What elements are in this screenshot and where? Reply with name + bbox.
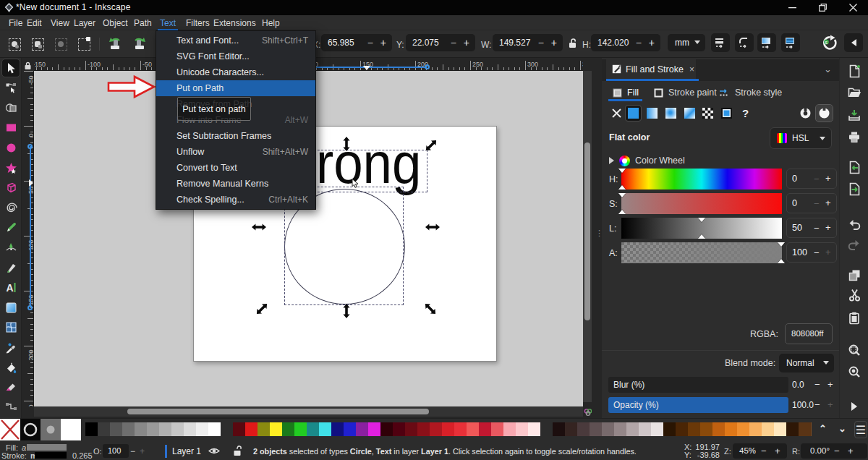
scale-stroke-width-toggle[interactable] xyxy=(711,33,730,52)
select-inverse-button[interactable] xyxy=(74,34,94,54)
close-button[interactable] xyxy=(838,0,868,15)
palette-swatch[interactable] xyxy=(159,422,171,436)
horizontal-scrollbar-thumb[interactable] xyxy=(127,409,429,414)
gradient-tool[interactable] xyxy=(2,299,20,316)
fill-rule-nonzero-button[interactable] xyxy=(816,105,833,122)
calligraphy-tool[interactable] xyxy=(2,259,20,276)
palette-swatch[interactable] xyxy=(294,422,307,436)
rotation-field[interactable]: 0.00° − + xyxy=(801,443,867,459)
redo-button[interactable] xyxy=(847,237,861,252)
palette-swatch[interactable] xyxy=(577,422,590,436)
y-decrement[interactable]: − xyxy=(451,37,456,48)
zoom-drawing-button[interactable] xyxy=(847,365,861,379)
saturation-slider[interactable] xyxy=(621,193,782,214)
palette-swatch[interactable] xyxy=(430,422,442,436)
palette-swatch[interactable] xyxy=(380,422,393,436)
menubar-item-object[interactable]: Object xyxy=(101,15,130,30)
scale-handle[interactable] xyxy=(425,219,441,235)
palette-swatch[interactable] xyxy=(393,422,405,436)
menubar-item-layer[interactable]: Layer xyxy=(72,15,98,30)
palette-swatch[interactable] xyxy=(405,422,417,436)
saturation-increment[interactable]: + xyxy=(825,197,831,208)
open-document-button[interactable] xyxy=(847,85,861,100)
panel-splitter[interactable]: ⋮ xyxy=(592,58,602,418)
cut-button[interactable] xyxy=(847,288,861,302)
unit-dropdown[interactable]: mm xyxy=(668,34,705,51)
palette-swatch[interactable] xyxy=(602,422,614,436)
palette-swatch[interactable] xyxy=(528,422,540,436)
layer-name[interactable]: Layer 1 xyxy=(172,446,201,456)
eraser-tool[interactable] xyxy=(2,379,20,396)
pen-tool[interactable] xyxy=(2,239,20,256)
palette-swatch[interactable] xyxy=(122,422,135,436)
move-gradients-toggle[interactable] xyxy=(757,33,776,52)
rotation-decrement[interactable]: − xyxy=(834,446,840,456)
menubar-item-path[interactable]: Path xyxy=(132,15,154,30)
minimize-button[interactable] xyxy=(777,0,807,15)
duplicate-button[interactable] xyxy=(847,268,861,282)
palette-swatch[interactable] xyxy=(307,422,319,436)
menu-item-svg-font-editor[interactable]: SVG Font Editor... xyxy=(156,48,315,64)
rectangle-tool[interactable] xyxy=(2,119,20,137)
palette-swatch[interactable] xyxy=(331,422,344,436)
palette-swatch[interactable] xyxy=(245,422,258,436)
text-tool[interactable]: A xyxy=(2,279,20,297)
palette-swatch[interactable] xyxy=(85,422,98,436)
opacity-decrement[interactable]: − xyxy=(130,446,135,456)
menu-item-text-and-font[interactable]: Text and Font...Shift+Ctrl+T xyxy=(156,33,315,48)
palette-swatch[interactable] xyxy=(553,422,565,436)
lightness-slider[interactable] xyxy=(621,218,782,239)
palette-swatch[interactable] xyxy=(590,422,602,436)
zoom-increment[interactable]: + xyxy=(775,446,780,456)
h-decrement[interactable]: − xyxy=(636,37,642,48)
lock-ratio-icon[interactable] xyxy=(568,38,578,48)
subtab-stroke-style[interactable]: Stroke style xyxy=(719,84,782,101)
menubar-item-text[interactable]: Text xyxy=(158,15,178,30)
tab-close-icon[interactable]: × xyxy=(689,64,694,74)
palette-swatch[interactable] xyxy=(688,422,700,436)
w-increment[interactable]: + xyxy=(551,37,557,48)
paint-mesh-gradient-button[interactable] xyxy=(682,106,697,121)
paste-button[interactable] xyxy=(847,311,861,325)
swatch-black-ring[interactable] xyxy=(20,419,41,440)
select-all-button[interactable] xyxy=(4,34,25,54)
select-all-layers-button[interactable] xyxy=(27,34,48,54)
mesh-tool[interactable] xyxy=(2,319,20,336)
rgba-field[interactable]: 808080ff xyxy=(785,323,833,344)
restore-button[interactable] xyxy=(807,0,838,15)
palette-swatch[interactable] xyxy=(356,422,368,436)
palette-swatch[interactable] xyxy=(454,422,467,436)
spiral-tool[interactable] xyxy=(2,199,20,216)
paint-flat-button[interactable] xyxy=(626,106,641,121)
rotation-increment[interactable]: + xyxy=(848,446,854,456)
paint-bucket-tool[interactable] xyxy=(2,359,20,376)
color-mode-dropdown[interactable]: HSL xyxy=(770,127,832,149)
save-document-button[interactable] xyxy=(847,108,861,122)
opacity-decrement[interactable]: − xyxy=(814,399,820,410)
vertical-scrollbar-thumb[interactable] xyxy=(584,142,590,320)
hue-decrement[interactable]: − xyxy=(814,174,820,184)
object-opacity-field[interactable]: 100 xyxy=(103,444,129,458)
horizontal-scrollbar[interactable] xyxy=(34,406,583,417)
palette-swatch[interactable] xyxy=(368,422,380,436)
palette-swatch[interactable] xyxy=(762,422,774,436)
palette-swatch[interactable] xyxy=(110,422,122,436)
vertical-scrollbar[interactable] xyxy=(583,71,592,402)
new-document-button[interactable] xyxy=(847,64,861,78)
blend-mode-dropdown[interactable]: Normal xyxy=(779,354,834,372)
palette-swatch[interactable] xyxy=(700,422,712,436)
panel-dropdown-icon[interactable]: ⌄ xyxy=(824,64,832,74)
layer-visibility-eye-icon[interactable] xyxy=(208,446,220,456)
palette-scroll-down-icon[interactable]: ⌄ xyxy=(838,423,846,434)
palette-swatch[interactable] xyxy=(282,422,294,436)
menu-item-put-on-path[interactable]: Put on Path xyxy=(156,80,315,96)
palette-swatch[interactable] xyxy=(503,422,516,436)
shape-builder-tool[interactable] xyxy=(2,99,20,116)
saturation-value-field[interactable]: 0 − + xyxy=(786,193,837,213)
export-image-button[interactable] xyxy=(847,182,861,196)
paint-linear-gradient-button[interactable] xyxy=(644,106,660,121)
palette-swatch[interactable] xyxy=(442,422,454,436)
opacity-slider[interactable]: Opacity (%) xyxy=(608,397,788,413)
lightness-decrement[interactable]: − xyxy=(814,223,820,234)
scale-handle[interactable] xyxy=(251,219,267,235)
